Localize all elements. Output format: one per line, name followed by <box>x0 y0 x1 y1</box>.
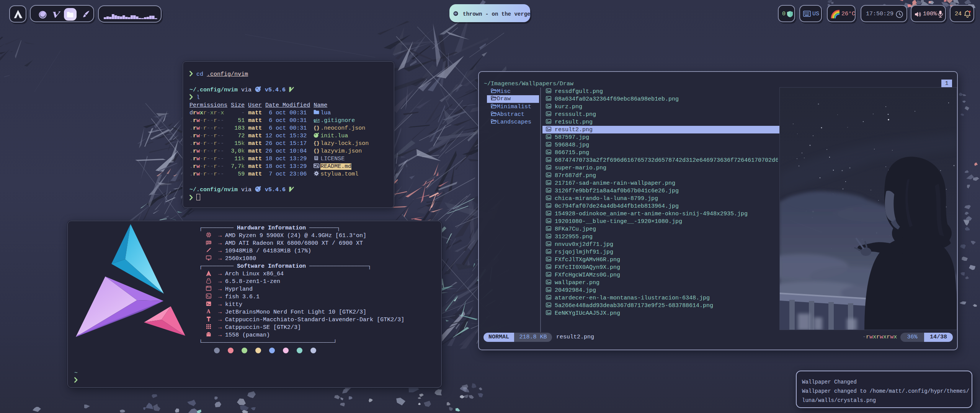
svg-text:{}: {} <box>314 125 320 130</box>
svg-text:git: git <box>314 118 320 122</box>
svg-text:A: A <box>207 309 211 314</box>
svg-text:{}: {} <box>314 148 320 153</box>
svg-text:{}: {} <box>314 140 320 146</box>
